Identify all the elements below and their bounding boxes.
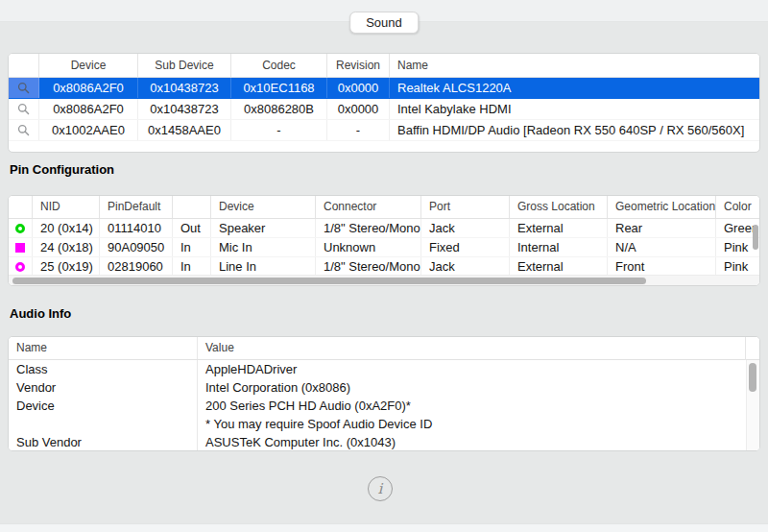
pin-nid-cell: 20 (0x14) — [33, 219, 100, 237]
device-row[interactable]: 0x8086A2F0 0x10438723 0x8086280B 0x0000 … — [9, 99, 759, 120]
pin-column-header-device[interactable]: Device — [211, 196, 316, 218]
device-id-cell: 0x8086A2F0 — [39, 78, 138, 98]
pin-gross-location-cell: External — [510, 219, 608, 237]
magnifier-icon[interactable] — [17, 82, 30, 94]
pin-horizontal-scrollbar[interactable] — [9, 275, 759, 285]
device-row-inspect-cell — [9, 78, 39, 98]
pin-column-header-pindefault[interactable]: PinDefault — [100, 196, 173, 218]
audio-info-row[interactable]: Device 200 Series PCH HD Audio (0xA2F0)* — [9, 397, 759, 415]
audio-info-row[interactable]: Vendor Intel Corporation (0x8086) — [9, 378, 759, 397]
device-table: Device Sub Device Codec Revision Name 0x… — [8, 53, 760, 153]
audio-value-cell: * You may require Spoof Audio Device ID — [198, 415, 759, 433]
pin-pindefault-cell: 01114010 — [100, 219, 173, 237]
audio-name-cell: Class — [9, 360, 198, 378]
pin-device-cell: Speaker — [211, 219, 316, 237]
pin-pindefault-cell: 02819060 — [100, 257, 173, 276]
pin-connector-cell: 1/8" Stereo/Mono — [316, 257, 421, 276]
sub-device-cell: 0x10438723 — [138, 78, 231, 98]
pin-column-header-connector[interactable]: Connector — [316, 196, 421, 218]
audio-name-cell: Vendor — [9, 378, 198, 397]
device-column-header-device[interactable]: Device — [39, 54, 138, 77]
audio-vertical-scrollbar[interactable] — [746, 360, 759, 450]
pin-table-header: NID PinDefault Device Connector Port Gro… — [9, 196, 760, 219]
audio-info-table: Name Value Class AppleHDADriver Vendor I… — [8, 336, 760, 451]
device-name-cell: Baffin HDMI/DP Audio [Radeon RX 550 640S… — [390, 120, 759, 140]
device-column-header-name[interactable]: Name — [390, 54, 759, 77]
audio-value-cell: AppleHDADriver — [198, 360, 759, 378]
pin-column-header-geometric-location[interactable]: Geometric Location — [608, 196, 716, 218]
audio-table-header: Name Value — [9, 337, 759, 360]
pin-direction-cell: In — [173, 257, 211, 276]
pin-color-icon — [15, 243, 25, 253]
pin-direction-cell: In — [173, 238, 211, 256]
bottom-bar — [0, 523, 768, 532]
pin-vertical-scrollbar[interactable] — [752, 219, 759, 277]
pin-configuration-table: NID PinDefault Device Connector Port Gro… — [8, 195, 760, 286]
device-name-cell: Intel Kabylake HDMI — [390, 99, 759, 119]
pin-configuration-title: Pin Configuration — [10, 162, 114, 177]
pin-vertical-scrollbar-thumb[interactable] — [753, 225, 758, 250]
pin-horizontal-scrollbar-thumb[interactable] — [12, 278, 646, 284]
audio-vertical-scrollbar-thumb[interactable] — [749, 363, 756, 392]
device-id-cell: 0x1002AAE0 — [39, 120, 138, 140]
pin-row[interactable]: 25 (0x19) 02819060 In Line In 1/8" Stere… — [9, 257, 760, 277]
codec-cell: 0x8086280B — [231, 99, 327, 119]
audio-value-cell: 200 Series PCH HD Audio (0xA2F0)* — [198, 397, 759, 415]
pin-column-header-nid[interactable]: NID — [33, 196, 100, 218]
pin-color-icon — [15, 262, 25, 272]
audio-name-cell: Sub Vendor — [9, 433, 198, 451]
header-scrollbar-divider — [745, 337, 746, 360]
pin-color-icon — [15, 224, 25, 233]
device-row[interactable]: 0x8086A2F0 0x10438723 0x10EC1168 0x0000 … — [9, 78, 759, 99]
pin-device-cell: Line In — [211, 257, 316, 276]
device-column-header-icon[interactable] — [9, 54, 39, 77]
audio-info-row[interactable]: * You may require Spoof Audio Device ID — [9, 415, 759, 433]
pin-row[interactable]: 24 (0x18) 90A09050 In Mic In Unknown Fix… — [9, 238, 760, 257]
codec-cell: - — [231, 120, 327, 140]
device-row-inspect-cell — [9, 99, 39, 119]
audio-info-row[interactable]: Class AppleHDADriver — [9, 360, 759, 378]
device-name-cell: Realtek ALCS1220A — [390, 78, 759, 98]
pin-nid-cell: 25 (0x19) — [33, 257, 100, 276]
pin-connector-cell: Unknown — [316, 238, 421, 256]
pin-connector-cell: 1/8" Stereo/Mono — [316, 219, 421, 237]
pin-port-cell: Jack — [421, 219, 510, 237]
pin-direction-cell: Out — [173, 219, 211, 237]
codec-cell: 0x10EC1168 — [231, 78, 327, 98]
device-row-inspect-cell — [9, 120, 39, 140]
pin-pindefault-cell: 90A09050 — [100, 238, 173, 256]
pin-gross-location-cell: External — [510, 257, 608, 276]
device-column-header-codec[interactable]: Codec — [231, 54, 327, 77]
audio-value-cell: ASUSTeK Computer Inc. (0x1043) — [198, 433, 759, 451]
pin-column-header-port[interactable]: Port — [421, 196, 510, 218]
device-id-cell: 0x8086A2F0 — [39, 99, 138, 119]
sub-device-cell: 0x10438723 — [138, 99, 231, 119]
pin-gross-location-cell: Internal — [510, 238, 608, 256]
revision-cell: - — [327, 120, 390, 140]
audio-name-cell: Device — [9, 397, 198, 415]
pin-column-header-direction[interactable] — [173, 196, 211, 218]
device-row[interactable]: 0x1002AAE0 0x1458AAE0 - - Baffin HDMI/DP… — [9, 120, 759, 141]
pin-row[interactable]: 20 (0x14) 01114010 Out Speaker 1/8" Ster… — [9, 219, 760, 238]
tab-sound[interactable]: Sound — [349, 12, 419, 34]
pin-column-header-gross-location[interactable]: Gross Location — [510, 196, 608, 218]
pin-geometric-location-cell: Rear — [608, 219, 716, 237]
info-button[interactable]: i — [368, 476, 393, 501]
audio-name-cell — [9, 415, 198, 433]
audio-column-header-name[interactable]: Name — [9, 337, 198, 359]
device-column-header-subdevice[interactable]: Sub Device — [138, 54, 231, 77]
audio-info-row[interactable]: Sub Vendor ASUSTeK Computer Inc. (0x1043… — [9, 433, 759, 451]
sub-device-cell: 0x1458AAE0 — [138, 120, 231, 140]
pin-column-header-color[interactable]: Color — [716, 196, 760, 218]
pin-port-cell: Jack — [421, 257, 510, 276]
audio-column-header-value[interactable]: Value — [198, 337, 759, 359]
audio-value-cell: Intel Corporation (0x8086) — [198, 378, 759, 397]
info-icon: i — [378, 482, 383, 496]
magnifier-icon[interactable] — [17, 124, 30, 136]
pin-column-header-icon[interactable] — [9, 196, 33, 218]
revision-cell: 0x0000 — [327, 78, 390, 98]
device-column-header-revision[interactable]: Revision — [327, 54, 390, 77]
magnifier-icon[interactable] — [17, 103, 30, 115]
revision-cell: 0x0000 — [327, 99, 390, 119]
audio-info-title: Audio Info — [10, 306, 71, 321]
